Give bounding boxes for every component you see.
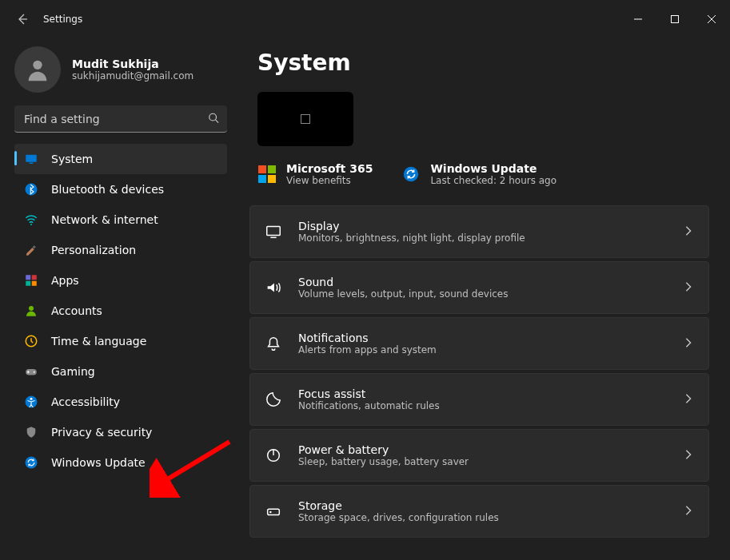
sidebar-item-bluetooth-devices[interactable]: Bluetooth & devices (14, 174, 227, 205)
avatar (14, 46, 61, 93)
minimize-button[interactable] (620, 6, 656, 32)
power-icon (265, 447, 282, 464)
card-display[interactable]: Display Monitors, brightness, night ligh… (249, 205, 709, 258)
sidebar-item-system[interactable]: System (14, 144, 227, 174)
microsoft-logo-icon (257, 165, 277, 184)
notifications-icon (265, 335, 282, 352)
accounts-icon (24, 304, 38, 318)
sidebar-item-time-language[interactable]: Time & language (14, 326, 227, 356)
svg-rect-15 (32, 281, 37, 286)
sidebar-item-label: Accessibility (51, 395, 120, 408)
system-icon (24, 152, 38, 166)
card-title: Display (298, 220, 667, 232)
svg-point-5 (209, 113, 217, 121)
card-title: Focus assist (298, 387, 667, 400)
sidebar-item-network-internet[interactable]: Network & internet (14, 205, 227, 235)
chevron-right-icon (683, 448, 694, 463)
sidebar-item-label: Gaming (51, 365, 95, 378)
profile-name: Mudit Sukhija (72, 58, 193, 70)
card-storage[interactable]: Storage Storage space, drives, configura… (249, 485, 709, 538)
privacy-icon (24, 425, 38, 439)
sidebar-item-gaming[interactable]: Gaming (14, 356, 227, 387)
chevron-right-icon (683, 280, 694, 296)
sidebar-item-windows-update[interactable]: Windows Update (14, 447, 227, 478)
card-power-battery[interactable]: Power & battery Sleep, battery usage, ba… (249, 429, 709, 482)
svg-point-29 (270, 511, 271, 512)
card-notifications[interactable]: Notifications Alerts from apps and syste… (249, 317, 709, 370)
svg-point-21 (30, 398, 33, 400)
sync-icon (401, 165, 421, 184)
svg-point-16 (29, 306, 34, 311)
svg-rect-14 (26, 281, 30, 286)
sidebar-item-label: Personalization (51, 244, 136, 256)
profile-email: sukhijamudit@gmail.com (72, 70, 193, 81)
user-profile[interactable]: Mudit Sukhija sukhijamudit@gmail.com (14, 46, 227, 93)
sidebar-item-privacy-security[interactable]: Privacy & security (14, 417, 227, 447)
svg-rect-13 (32, 275, 37, 280)
card-subtitle: Alerts from apps and system (298, 344, 667, 355)
card-title: Sound (298, 276, 667, 288)
card-subtitle: Monitors, brightness, night light, displ… (298, 232, 667, 244)
focus-icon (265, 391, 282, 408)
ms365-title: Microsoft 365 (286, 162, 373, 175)
app-title: Settings (43, 14, 82, 25)
sidebar-item-accounts[interactable]: Accounts (14, 296, 227, 326)
svg-point-22 (26, 457, 38, 469)
back-button[interactable] (14, 11, 30, 27)
svg-point-10 (30, 224, 32, 225)
update-icon (24, 455, 38, 470)
svg-rect-1 (672, 16, 679, 23)
windows-update-block[interactable]: Windows Update Last checked: 2 hours ago (401, 162, 556, 186)
window-controls (620, 6, 730, 32)
sidebar-item-label: Network & internet (51, 213, 158, 226)
chevron-right-icon (683, 224, 694, 240)
wu-title: Windows Update (430, 162, 556, 175)
svg-rect-7 (26, 155, 37, 162)
chevron-right-icon (683, 392, 694, 407)
svg-rect-24 (267, 227, 281, 236)
display-preview-mini-icon (301, 114, 310, 124)
sound-icon (265, 279, 282, 296)
time-icon (24, 334, 38, 348)
page-title: System (257, 50, 709, 76)
card-subtitle: Notifications, automatic rules (298, 400, 667, 411)
personalize-icon (24, 243, 38, 257)
svg-rect-28 (268, 509, 280, 514)
sidebar-item-label: Accounts (51, 304, 102, 317)
wifi-icon (24, 212, 38, 227)
card-focus-assist[interactable]: Focus assist Notifications, automatic ru… (249, 373, 709, 426)
sidebar-item-label: Apps (51, 274, 79, 287)
ms365-block[interactable]: Microsoft 365 View benefits (257, 162, 373, 186)
sidebar: Mudit Sukhija sukhijamudit@gmail.com Sys… (0, 38, 240, 560)
svg-point-4 (33, 61, 42, 70)
close-button[interactable] (693, 6, 730, 32)
sidebar-item-label: Windows Update (51, 456, 146, 469)
gaming-icon (24, 364, 38, 379)
sidebar-item-personalization[interactable]: Personalization (14, 235, 227, 265)
accessibility-icon (24, 395, 38, 409)
sidebar-item-apps[interactable]: Apps (14, 265, 227, 296)
card-title: Notifications (298, 332, 667, 344)
card-title: Power & battery (298, 443, 667, 456)
ms365-sub: View benefits (286, 175, 373, 186)
svg-rect-11 (33, 245, 36, 248)
card-subtitle: Sleep, battery usage, battery saver (298, 456, 667, 467)
storage-icon (265, 502, 282, 520)
maximize-button[interactable] (656, 6, 693, 32)
card-subtitle: Volume levels, output, input, sound devi… (298, 288, 667, 300)
card-subtitle: Storage space, drives, configuration rul… (298, 512, 667, 523)
svg-rect-12 (26, 275, 30, 280)
search-input[interactable] (14, 105, 227, 133)
card-sound[interactable]: Sound Volume levels, output, input, soun… (249, 261, 709, 314)
svg-line-6 (216, 120, 219, 123)
chevron-right-icon (683, 336, 694, 351)
sidebar-item-accessibility[interactable]: Accessibility (14, 387, 227, 417)
card-title: Storage (298, 499, 667, 512)
main-content: System Microsoft 365 View benefits (240, 38, 730, 560)
sidebar-item-label: Bluetooth & devices (51, 183, 164, 196)
apps-icon (24, 273, 38, 288)
sidebar-nav: System Bluetooth & devices Network & int… (14, 144, 227, 478)
bluetooth-icon (24, 182, 38, 197)
display-icon (265, 223, 282, 240)
display-preview[interactable] (257, 92, 353, 146)
